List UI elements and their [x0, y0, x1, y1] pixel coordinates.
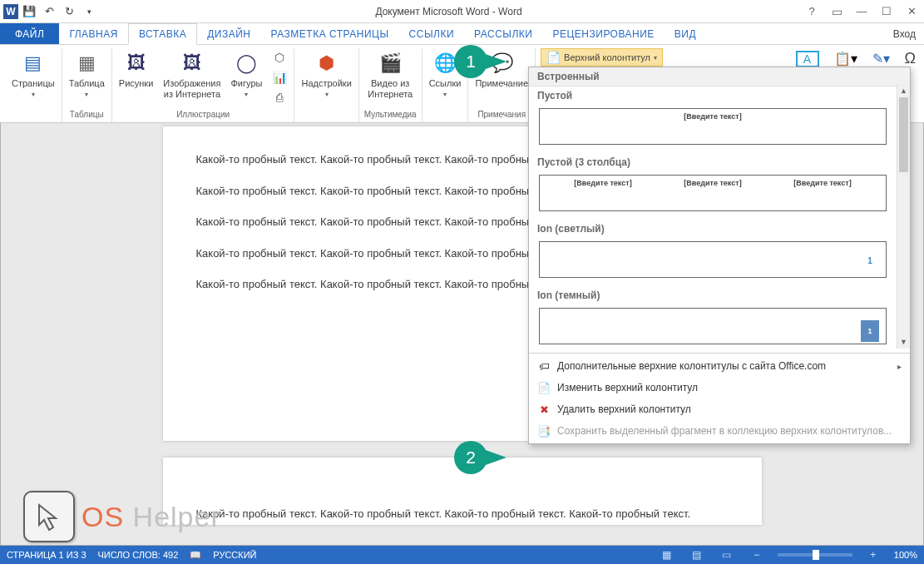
qat-dropdown-icon[interactable]: ▾ [80, 2, 98, 21]
undo-icon[interactable]: ↶ [40, 2, 58, 21]
group-tables: ▦ Таблица ▾ Таблицы [62, 48, 112, 122]
tab-design[interactable]: ДИЗАЙН [197, 23, 260, 44]
header-gallery-dropdown: Встроенный Пустой [Введите текст] Пустой… [528, 67, 911, 444]
tab-home[interactable]: ГЛАВНАЯ [59, 23, 128, 44]
pictures-button[interactable]: 🖼 Рисунки [117, 48, 156, 91]
scroll-down-icon[interactable]: ▼ [897, 335, 910, 349]
window-title: Документ Microsoft Word - Word [98, 6, 799, 17]
header-icon: 📄 [546, 51, 561, 64]
quick-access-toolbar: W 💾 ↶ ↻ ▾ [0, 2, 98, 21]
action-more-from-office[interactable]: 🏷 Дополнительные верхние колонтитулы с с… [529, 355, 910, 377]
shapes-icon: ◯ [233, 50, 259, 77]
paragraph: Какой-то пробный текст. Какой-то пробный… [196, 507, 729, 520]
zoom-slider[interactable] [778, 553, 852, 557]
style-ion-light-preview[interactable]: 1 [539, 241, 887, 278]
shapes-button[interactable]: ◯ Фигуры ▾ [229, 48, 264, 100]
group-media: 🎬 Видео из Интернета Мультимедиа [359, 48, 422, 122]
style-ion-dark-preview[interactable]: 1 [539, 308, 887, 344]
tab-review[interactable]: РЕЦЕНЗИРОВАНИЕ [542, 23, 664, 44]
web-layout-icon[interactable]: ▭ [718, 547, 736, 562]
status-language[interactable]: РУССКИЙ [213, 550, 256, 560]
online-picture-icon: 🖼 [179, 50, 205, 77]
pages-button[interactable]: ▤ Страницы ▾ [10, 48, 57, 100]
ribbon-tabs: ФАЙЛ ГЛАВНАЯ ВСТАВКА ДИЗАЙН РАЗМЕТКА СТР… [0, 23, 924, 45]
cursor-icon [23, 491, 75, 542]
style-empty-preview[interactable]: [Введите текст] [539, 108, 887, 145]
watermark-text: OS Helper [82, 501, 221, 533]
table-icon: ▦ [73, 50, 100, 77]
table-button[interactable]: ▦ Таблица ▾ [67, 48, 106, 100]
proofing-icon[interactable]: 📖 [190, 550, 201, 561]
equation-icon[interactable]: Ω [905, 50, 916, 67]
tab-view[interactable]: ВИД [665, 23, 706, 44]
close-icon[interactable]: ✕ [899, 2, 924, 22]
tab-insert[interactable]: ВСТАВКА [128, 23, 197, 45]
callout-2: 2 [454, 441, 506, 474]
zoom-in-icon[interactable]: + [864, 547, 882, 562]
gallery-scrollbar[interactable]: ▲ ▼ [897, 84, 910, 349]
smartart-icon[interactable]: ⬡ [270, 48, 289, 67]
status-page[interactable]: СТРАНИЦА 1 ИЗ 3 [7, 550, 86, 560]
picture-icon: 🖼 [123, 50, 150, 77]
scroll-up-icon[interactable]: ▲ [897, 84, 910, 97]
video-icon: 🎬 [377, 50, 403, 77]
save-gallery-icon: 📑 [537, 424, 551, 438]
zoom-level[interactable]: 100% [894, 550, 917, 560]
style-ion-light-title: Ion (светлый) [529, 220, 897, 238]
tab-file[interactable]: ФАЙЛ [0, 23, 59, 44]
style-ion-dark-title: Ion (темный) [529, 286, 897, 304]
title-bar: W 💾 ↶ ↻ ▾ Документ Microsoft Word - Word… [0, 0, 924, 23]
submenu-arrow-icon: ▸ [897, 362, 902, 371]
callout-1: 1 [454, 45, 506, 78]
page-icon: ▤ [20, 50, 47, 77]
header-button[interactable]: 📄 Верхний колонтитул ▾ [541, 48, 663, 67]
tab-mailings[interactable]: РАССЫЛКИ [464, 23, 542, 44]
zoom-out-icon[interactable]: − [748, 547, 766, 562]
online-video-button[interactable]: 🎬 Видео из Интернета [366, 48, 414, 101]
office-icon: 🏷 [537, 359, 551, 373]
tab-references[interactable]: ССЫЛКИ [399, 23, 464, 44]
style-empty3-preview[interactable]: [Введите текст] [Введите текст] [Введите… [539, 175, 887, 211]
sign-in-link[interactable]: Вход [893, 23, 924, 44]
status-words[interactable]: ЧИСЛО СЛОВ: 492 [98, 550, 179, 560]
store-icon: ⬢ [314, 50, 340, 77]
word-app-icon: W [3, 4, 18, 19]
tab-layout[interactable]: РАЗМЕТКА СТРАНИЦЫ [261, 23, 399, 44]
action-edit-header[interactable]: 📄 Изменить верхний колонтитул [529, 377, 910, 398]
gallery-section-builtin: Встроенный [529, 67, 910, 87]
quickparts-icon[interactable]: 📋▾ [834, 51, 857, 67]
edit-header-icon: 📄 [537, 381, 551, 394]
print-layout-icon[interactable]: ▤ [688, 547, 706, 562]
textbox-icon[interactable]: A [796, 51, 819, 67]
watermark-logo: OS Helper [23, 491, 221, 542]
addins-button[interactable]: ⬢ Надстройки ▾ [299, 48, 353, 100]
wordart-icon[interactable]: ✎▾ [872, 51, 890, 67]
status-bar: СТРАНИЦА 1 ИЗ 3 ЧИСЛО СЛОВ: 492 📖 РУССКИ… [0, 546, 924, 564]
group-addins: ⬢ Надстройки ▾ [294, 48, 358, 122]
help-icon[interactable]: ? [799, 2, 824, 22]
group-pages: ▤ Страницы ▾ [5, 48, 62, 122]
group-illustrations: 🖼 Рисунки 🖼 Изображения из Интернета ◯ Ф… [112, 48, 295, 122]
gallery-actions: 🏷 Дополнительные верхние колонтитулы с с… [529, 353, 910, 443]
chart-icon[interactable]: 📊 [270, 68, 289, 87]
minimize-icon[interactable]: — [849, 2, 874, 22]
maximize-icon[interactable]: ☐ [874, 2, 899, 22]
action-save-to-gallery: 📑 Сохранить выделенный фрагмент в коллек… [529, 420, 910, 442]
style-empty3-title: Пустой (3 столбца) [529, 153, 897, 171]
online-pictures-button[interactable]: 🖼 Изображения из Интернета [161, 48, 222, 101]
style-empty-title: Пустой [529, 87, 897, 105]
remove-header-icon: ✖ [537, 403, 551, 416]
action-remove-header[interactable]: ✖ Удалить верхний колонтитул [529, 398, 910, 420]
redo-icon[interactable]: ↻ [60, 2, 78, 21]
read-mode-icon[interactable]: ▦ [658, 547, 676, 562]
screenshot-icon[interactable]: ⎙ [270, 88, 289, 106]
scroll-thumb[interactable] [899, 97, 908, 172]
save-icon[interactable]: 💾 [20, 2, 38, 21]
ribbon-options-icon[interactable]: ▭ [824, 2, 849, 22]
